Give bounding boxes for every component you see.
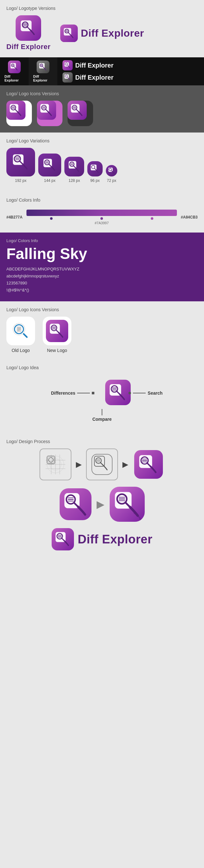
variation-128: 128 px [64,157,84,183]
font-numbers: 123567890 [6,280,198,287]
var-svg-128 [66,159,82,175]
svg-rect-109 [47,456,55,464]
logo-idea-diagram: Differences [6,375,198,427]
logotype-row: Diff Explorer Diff Explorer [6,15,198,51]
logo-text-horizontal: Diff Explorer [81,27,144,39]
icon-on-pink [37,101,56,120]
variation-192: 192 px [6,148,35,183]
process-outline-svg [89,452,115,477]
var-svg-192 [9,151,32,173]
color-hex-left: #4B277A [6,215,23,219]
final-horiz-icon [52,528,74,551]
variation-icon-96 [87,161,103,177]
dark-wide-text-2: Diff Explorer [75,74,114,81]
logo-text-vertical: Diff Explorer [6,43,51,51]
variation-144: 144 px [38,154,61,183]
compare-line-vert [102,409,102,415]
dark-wide-icon-2 [62,72,73,83]
variation-icon-72 [106,165,117,177]
variation-icon-144 [38,154,61,177]
svg-point-111 [49,458,53,462]
dark-icon-1 [8,61,21,73]
var-svg-144 [41,156,59,174]
variation-72: 72 px [106,165,117,183]
dark-wide-row-2: Diff Explorer [62,72,199,83]
dark-icon-2 [37,61,50,73]
svg-line-117 [100,463,103,465]
color-gradient-container: #7A3997 [26,210,177,225]
dark-wide-icon-1 [62,60,73,70]
font-special: !@#$%^&*() [6,287,198,294]
section-logotype-title: Logo/ Logotype Versions [6,6,198,11]
section-logo-idea: Logo/ Logo Idea Differences [0,359,204,433]
variation-icon-192 [6,148,35,177]
section-logo-icons-dark: Logo/ Logo Icons Versions [0,85,204,132]
old-new-row: Old Logo [6,317,198,353]
color-dots [26,217,177,220]
section-logo-variations: Logo/ Logo Variations 192 px [0,132,204,192]
icons-row [6,101,198,126]
variation-label-128: 128 px [68,178,80,183]
process-arrow-1: ▶ [76,460,82,469]
old-logo-label: Old Logo [12,348,30,353]
new-logo-item: New Logo [43,317,71,353]
font-lowercase: abcdefghijklmnopqrstuvwxyz [6,273,198,280]
variation-label-192: 192 px [15,178,26,183]
section-design-process: Logo/ Design Process ▶ [0,433,204,557]
section-logo-icons-title: Logo/ Logo Icons Versions [6,91,198,96]
font-name: Falling Sky [6,246,198,262]
compare-section: Compare [92,409,112,422]
color-dot-left [50,217,53,220]
differences-label: Differences [51,391,75,396]
process-arrow-2: ▶ [122,460,128,469]
svg-line-88 [24,334,27,337]
search-line [133,393,146,393]
variation-label-72: 72 px [107,178,116,183]
section-dark-versions: Diff Explorer Diff Explorer [0,57,204,85]
process-box-2 [86,448,118,480]
logo-vertical: Diff Explorer [6,15,51,51]
section-variations-title: Logo/ Logo Variations [6,138,198,143]
variation-96: 96 px [87,161,103,183]
final-new-svg [110,487,145,522]
color-dot-center [100,217,103,220]
old-logo-svg [9,320,32,342]
process-box-1 [39,448,71,480]
dark-box-1: Diff Explorer [0,57,29,85]
search-label: Search [148,391,163,396]
process-colored-svg [134,450,163,479]
old-logo-container [6,317,35,345]
dark-label-1: Diff Explorer [4,74,24,82]
svg-rect-83 [17,326,22,332]
process-steps-row: ▶ ▶ [6,448,198,480]
font-uppercase: ABCDEFGHIJKLMNOPQRSTUVWXYZ [6,266,198,273]
section-colors-purple-title: Logo/ Colors Info [6,238,198,243]
variation-label-96: 96 px [90,178,99,183]
new-logo-container [43,317,71,345]
final-comparison-row: ▶ [6,487,198,522]
color-dot-right [151,217,153,220]
logo-horizontal: Diff Explorer [60,25,144,42]
variations-row: 192 px 144 px [6,148,198,183]
new-logo-svg [46,320,68,342]
search-dot [128,392,131,394]
var-svg-96 [89,163,101,175]
section-colors-title: Logo/ Colors Info [6,197,198,203]
logo-icon-large [16,15,41,41]
idea-row: Differences [51,380,153,406]
final-horizontal-logo: Diff Explorer [6,528,198,551]
final-arrow: ▶ [96,498,105,510]
icon-pink-bg [37,101,62,126]
idea-icon-svg [105,380,131,405]
color-hex-center: #7A3997 [95,221,109,225]
variation-icon-128 [64,157,84,177]
final-old-svg [60,488,91,520]
dark-wide-row-1: Diff Explorer [62,60,199,70]
variation-label-144: 144 px [44,178,55,183]
section-old-new: Logo/ Logo Icons Versions [0,301,204,359]
compare-label: Compare [92,416,112,422]
new-logo-label: New Logo [47,348,67,353]
section-colors-purple: Logo/ Colors Info Falling Sky ABCDEFGHIJ… [0,232,204,301]
dark-box-wide: Diff Explorer Diff Explorer [57,57,204,85]
color-hex-right: #A84CB3 [181,215,198,219]
